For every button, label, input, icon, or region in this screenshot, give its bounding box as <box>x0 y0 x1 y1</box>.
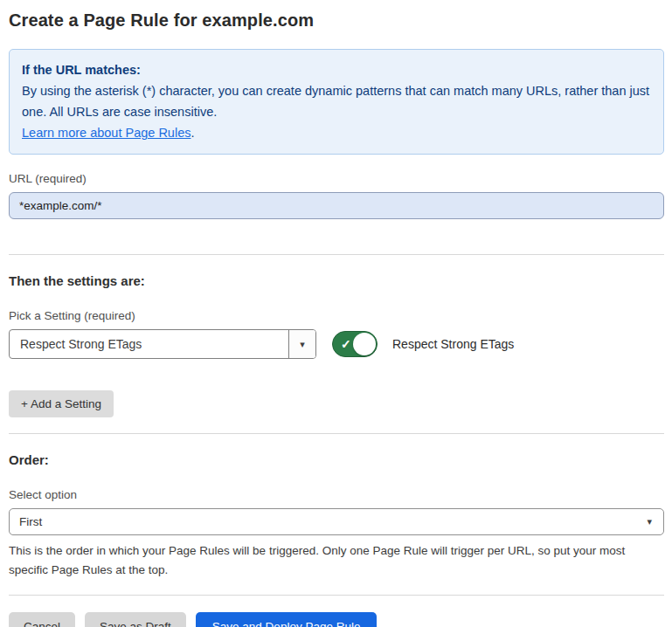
page-rule-form: Create a Page Rule for example.com If th… <box>0 0 672 627</box>
pick-setting-label: Pick a Setting (required) <box>9 309 664 322</box>
check-icon: ✓ <box>341 338 351 350</box>
chevron-down-icon: ▾ <box>647 517 652 527</box>
cancel-button[interactable]: Cancel <box>9 612 75 627</box>
info-box-link-line: Learn more about Page Rules. <box>22 122 651 143</box>
page-title: Create a Page Rule for example.com <box>9 10 664 31</box>
save-deploy-button[interactable]: Save and Deploy Page Rule <box>196 612 378 627</box>
chevron-down-icon: ▾ <box>300 340 305 349</box>
save-draft-button[interactable]: Save as Draft <box>85 612 186 627</box>
url-matches-info-box: If the URL matches: By using the asteris… <box>9 49 664 155</box>
order-select-label: Select option <box>9 488 664 501</box>
url-input[interactable] <box>9 192 664 219</box>
order-help-text: This is the order in which your Page Rul… <box>9 541 660 579</box>
order-section-heading: Order: <box>9 452 664 467</box>
link-suffix: . <box>191 126 194 140</box>
learn-more-link[interactable]: Learn more about Page Rules <box>22 126 191 140</box>
info-box-heading: If the URL matches: <box>22 59 651 80</box>
order-select[interactable]: First ▾ <box>9 508 664 535</box>
settings-section-heading: Then the settings are: <box>9 273 664 288</box>
etags-toggle-label: Respect Strong ETags <box>392 337 514 351</box>
order-select-value: First <box>19 515 42 528</box>
etags-toggle-group: ✓ Respect Strong ETags <box>332 331 514 357</box>
info-box-body: By using the asterisk (*) character, you… <box>22 80 651 122</box>
add-setting-button[interactable]: + Add a Setting <box>9 390 114 417</box>
etags-toggle[interactable]: ✓ <box>332 331 378 357</box>
setting-select-arrow-button[interactable]: ▾ <box>288 330 315 358</box>
setting-select-value: Respect Strong ETags <box>10 330 288 358</box>
section-divider <box>9 254 664 255</box>
section-divider <box>9 433 664 434</box>
url-field-label: URL (required) <box>9 172 664 185</box>
setting-select[interactable]: Respect Strong ETags ▾ <box>9 329 316 359</box>
toggle-knob <box>353 333 376 355</box>
footer-actions: Cancel Save as Draft Save and Deploy Pag… <box>9 612 664 627</box>
footer-divider <box>9 595 664 596</box>
setting-row: Respect Strong ETags ▾ ✓ Respect Strong … <box>9 329 664 359</box>
